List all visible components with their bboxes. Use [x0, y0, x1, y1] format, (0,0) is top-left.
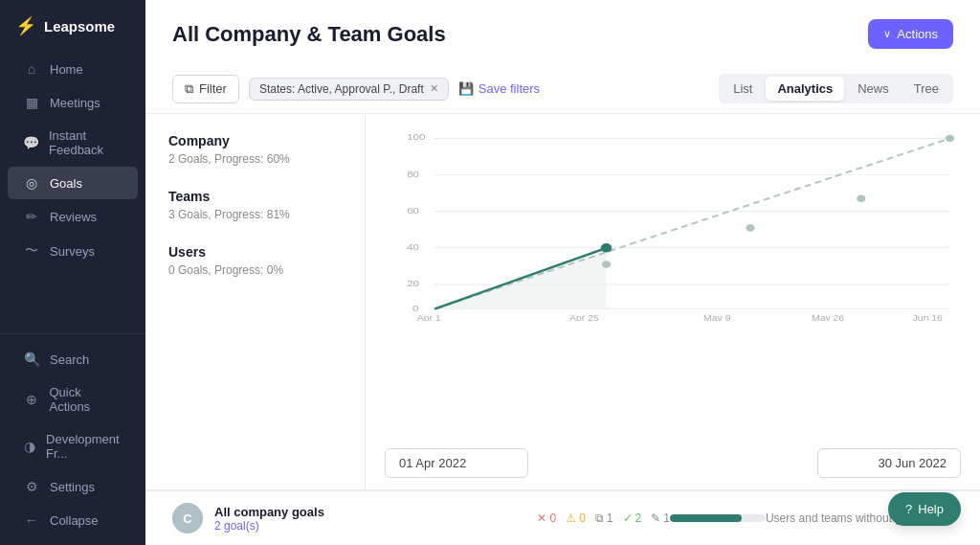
- goal-badges: ✕ 0 ⚠ 0 ⧉ 1 ✓ 2 ✎ 1: [537, 511, 669, 525]
- badge-x: ✕ 0: [537, 511, 556, 525]
- reviews-icon: ✏: [23, 209, 40, 224]
- sidebar-item-label: Goals: [50, 176, 82, 191]
- badge-msg: ⧉ 1: [595, 511, 613, 525]
- filter-label: Filter: [199, 81, 227, 96]
- goal-item: C All company goals 2 goal(s): [172, 503, 537, 534]
- sidebar-item-label: Instant Feedback: [49, 128, 122, 157]
- sidebar-item-surveys[interactable]: 〜 Surveys: [8, 234, 138, 268]
- save-icon: 💾: [458, 81, 474, 96]
- goal-info: All company goals 2 goal(s): [214, 505, 324, 533]
- chart-area: 100 80 60 40 20 0: [366, 114, 980, 489]
- sidebar-item-quick-actions[interactable]: ⊕ Quick Actions: [8, 376, 138, 422]
- stat-teams-label: Teams: [168, 189, 342, 204]
- svg-line-13: [434, 139, 949, 309]
- sidebar-item-label: Settings: [50, 480, 95, 494]
- end-date-input[interactable]: [817, 448, 961, 478]
- stat-teams-sub: 3 Goals, Progress: 81%: [168, 208, 342, 221]
- progress-bar: [670, 514, 766, 522]
- sidebar-item-label: Search: [50, 352, 89, 367]
- progress-bar-fill: [670, 514, 742, 522]
- content-area: Company 2 Goals, Progress: 60% Teams 3 G…: [145, 114, 980, 489]
- sidebar-item-home[interactable]: ⌂ Home: [8, 53, 138, 85]
- svg-point-16: [857, 195, 865, 203]
- stat-users: Users 0 Goals, Progress: 0%: [168, 244, 342, 277]
- remove-filter-tag[interactable]: ✕: [430, 82, 438, 95]
- sidebar: ⚡ Leapsome ⌂ Home ▦ Meetings 💬 Instant F…: [0, 0, 145, 545]
- stat-company-label: Company: [168, 133, 342, 148]
- tab-news[interactable]: News: [846, 77, 901, 101]
- page-title: All Company & Team Goals: [172, 22, 446, 47]
- stats-panel: Company 2 Goals, Progress: 60% Teams 3 G…: [145, 114, 366, 489]
- plus-circle-icon: ⊕: [23, 392, 39, 407]
- chart-svg: 100 80 60 40 20 0: [385, 129, 961, 321]
- sidebar-item-instant-feedback[interactable]: 💬 Instant Feedback: [8, 120, 138, 166]
- filter-icon: ⧉: [185, 81, 193, 97]
- svg-text:20: 20: [407, 278, 419, 288]
- sidebar-item-label: Surveys: [50, 244, 95, 259]
- sidebar-item-search[interactable]: 🔍 Search: [8, 343, 138, 375]
- sidebar-item-reviews[interactable]: ✏ Reviews: [8, 200, 138, 233]
- svg-point-15: [746, 224, 754, 232]
- filter-left: ⧉ Filter States: Active, Approval P., Dr…: [172, 75, 540, 103]
- sidebar-item-label: Home: [50, 62, 83, 77]
- goal-link[interactable]: 2 goal(s): [214, 519, 324, 533]
- tab-list[interactable]: List: [722, 77, 764, 101]
- tab-tree[interactable]: Tree: [902, 77, 950, 101]
- sidebar-item-label: Reviews: [50, 210, 97, 224]
- stat-company: Company 2 Goals, Progress: 60%: [168, 133, 342, 166]
- sidebar-item-label: Quick Actions: [49, 385, 122, 414]
- svg-text:0: 0: [412, 303, 419, 313]
- badge-check: ✓ 2: [623, 511, 642, 525]
- svg-text:100: 100: [407, 131, 425, 142]
- sidebar-item-goals[interactable]: ◎ Goals: [8, 167, 138, 199]
- svg-text:Apr 1: Apr 1: [417, 313, 441, 321]
- badge-edit: ✎ 1: [651, 511, 670, 525]
- svg-text:60: 60: [407, 205, 419, 216]
- sidebar-item-development[interactable]: ◑ Development Fr...: [8, 423, 138, 469]
- bottom-section: C All company goals 2 goal(s) ✕ 0 ⚠ 0 ⧉ …: [145, 489, 980, 545]
- stat-users-sub: 0 Goals, Progress: 0%: [168, 263, 342, 277]
- filter-bar: ⧉ Filter States: Active, Approval P., Dr…: [145, 64, 980, 114]
- svg-point-17: [946, 135, 954, 143]
- tab-analytics[interactable]: Analytics: [766, 77, 844, 101]
- dev-icon: ◑: [23, 439, 36, 454]
- badge-warn: ⚠ 0: [566, 511, 586, 525]
- sidebar-item-label: Meetings: [50, 96, 100, 110]
- logo-text: Leapsome: [44, 18, 115, 34]
- save-filters-button[interactable]: 💾 Save filters: [458, 81, 540, 96]
- chart-wrapper: 100 80 60 40 20 0: [385, 129, 961, 439]
- goal-progress: [670, 514, 766, 522]
- sidebar-bottom: 🔍 Search ⊕ Quick Actions ◑ Development F…: [0, 333, 145, 545]
- svg-point-14: [602, 261, 611, 268]
- actions-button[interactable]: Actions: [868, 19, 953, 49]
- feedback-icon: 💬: [23, 135, 39, 150]
- view-tabs: List Analytics News Tree: [719, 74, 953, 103]
- goal-name: All company goals: [214, 505, 324, 519]
- filter-button[interactable]: ⧉ Filter: [172, 75, 239, 103]
- svg-text:Apr 25: Apr 25: [569, 313, 599, 321]
- states-tag-text: States: Active, Approval P., Draft: [259, 82, 424, 96]
- help-label: Help: [918, 502, 944, 516]
- svg-text:Jun 16: Jun 16: [913, 313, 943, 321]
- sidebar-item-settings[interactable]: ⚙ Settings: [8, 470, 138, 503]
- page-header: All Company & Team Goals Actions: [145, 0, 980, 64]
- stat-company-sub: 2 Goals, Progress: 60%: [168, 152, 342, 166]
- logo-icon: ⚡: [15, 15, 36, 36]
- sidebar-item-label: Collapse: [50, 513, 99, 528]
- sidebar-item-label: Development Fr...: [46, 432, 122, 461]
- goals-icon: ◎: [23, 175, 40, 191]
- search-icon: 🔍: [23, 352, 40, 367]
- svg-text:80: 80: [407, 169, 419, 179]
- collapse-icon: ←: [23, 512, 40, 528]
- sidebar-item-meetings[interactable]: ▦ Meetings: [8, 86, 138, 119]
- svg-point-19: [601, 243, 612, 253]
- goal-avatar: C: [172, 503, 203, 534]
- help-button[interactable]: ? Help: [888, 492, 961, 526]
- svg-text:May 9: May 9: [703, 313, 730, 321]
- sidebar-item-collapse[interactable]: ← Collapse: [8, 504, 138, 536]
- home-icon: ⌂: [23, 61, 40, 77]
- save-filters-label: Save filters: [479, 81, 540, 96]
- start-date-input[interactable]: [385, 448, 528, 478]
- stat-teams: Teams 3 Goals, Progress: 81%: [168, 189, 342, 221]
- svg-text:40: 40: [407, 241, 419, 252]
